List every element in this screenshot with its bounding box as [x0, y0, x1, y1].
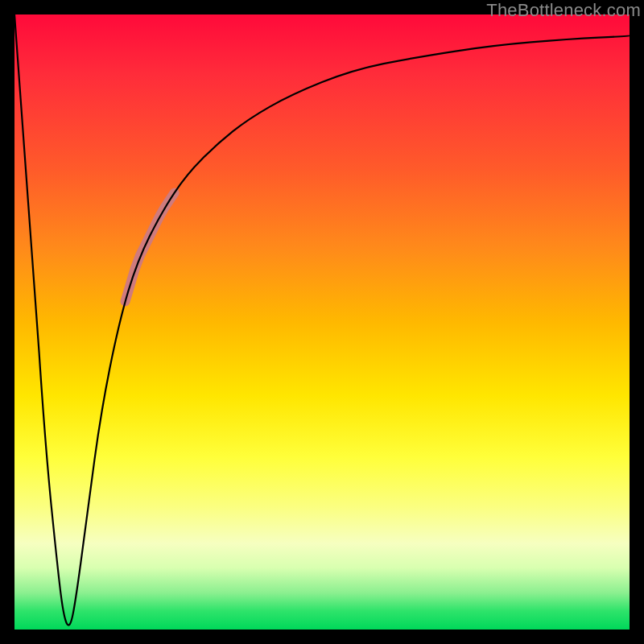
bottleneck-curve: [14, 14, 630, 625]
watermark-text: TheBottleneck.com: [486, 0, 641, 21]
chart-frame: TheBottleneck.com: [0, 0, 644, 644]
plot-area: [14, 14, 630, 630]
highlight-segment: [126, 193, 175, 302]
curve-svg: [14, 14, 630, 630]
